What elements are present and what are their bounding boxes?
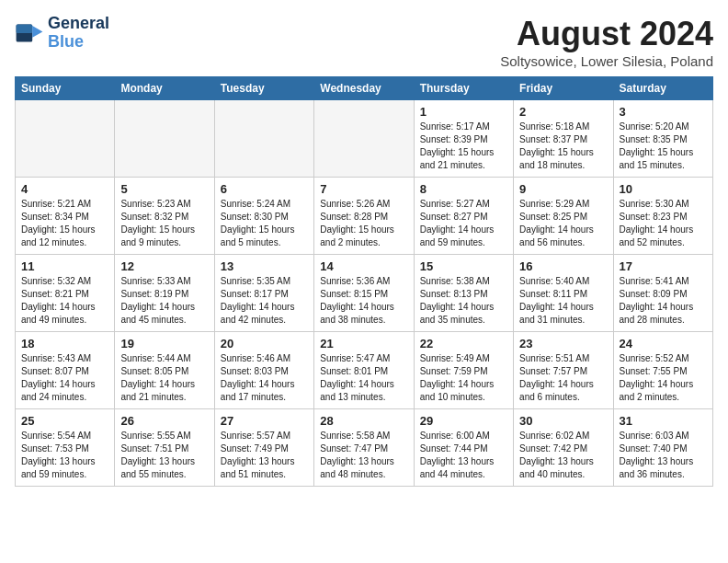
day-number: 20 — [221, 337, 308, 350]
day-number: 14 — [320, 259, 407, 273]
day-info: Sunrise: 5:36 AM Sunset: 8:15 PM Dayligh… — [320, 275, 407, 327]
day-number: 3 — [620, 105, 707, 119]
calendar-week-row: 11Sunrise: 5:32 AM Sunset: 8:21 PM Dayli… — [16, 255, 713, 332]
day-number: 9 — [519, 182, 607, 196]
day-info: Sunrise: 5:24 AM Sunset: 8:30 PM Dayligh… — [221, 198, 308, 249]
calendar-week-row: 25Sunrise: 5:54 AM Sunset: 7:53 PM Dayli… — [16, 409, 713, 487]
weekday-header: Wednesday — [314, 77, 414, 100]
weekday-header: Monday — [115, 77, 214, 100]
day-number: 23 — [519, 337, 607, 350]
day-number: 8 — [420, 182, 507, 196]
calendar-day-cell: 11Sunrise: 5:32 AM Sunset: 8:21 PM Dayli… — [16, 255, 115, 332]
calendar-day-cell: 26Sunrise: 5:55 AM Sunset: 7:51 PM Dayli… — [115, 409, 214, 487]
calendar-table: SundayMondayTuesdayWednesdayThursdayFrid… — [15, 76, 713, 487]
svg-rect-1 — [17, 24, 33, 33]
day-info: Sunrise: 5:46 AM Sunset: 8:03 PM Dayligh… — [221, 352, 308, 404]
day-info: Sunrise: 5:40 AM Sunset: 8:11 PM Dayligh… — [519, 275, 607, 327]
calendar-day-cell: 23Sunrise: 5:51 AM Sunset: 7:57 PM Dayli… — [514, 332, 613, 409]
page-header: General Blue August 2024 Soltysowice, Lo… — [15, 15, 713, 69]
month-year: August 2024 — [500, 15, 713, 53]
calendar-day-cell: 27Sunrise: 5:57 AM Sunset: 7:49 PM Dayli… — [214, 409, 313, 487]
calendar-day-cell: 15Sunrise: 5:38 AM Sunset: 8:13 PM Dayli… — [414, 255, 513, 332]
logo-text: General Blue — [48, 15, 109, 52]
day-info: Sunrise: 5:58 AM Sunset: 7:47 PM Dayligh… — [320, 430, 407, 481]
day-number: 19 — [120, 337, 208, 350]
calendar-day-cell: 12Sunrise: 5:33 AM Sunset: 8:19 PM Dayli… — [115, 255, 214, 332]
calendar-day-cell: 8Sunrise: 5:27 AM Sunset: 8:27 PM Daylig… — [414, 178, 513, 255]
day-info: Sunrise: 5:51 AM Sunset: 7:57 PM Dayligh… — [519, 352, 607, 404]
calendar-day-cell: 10Sunrise: 5:30 AM Sunset: 8:23 PM Dayli… — [613, 178, 712, 255]
calendar-day-cell: 20Sunrise: 5:46 AM Sunset: 8:03 PM Dayli… — [214, 332, 313, 409]
calendar-day-cell: 24Sunrise: 5:52 AM Sunset: 7:55 PM Dayli… — [613, 332, 712, 409]
calendar-day-cell — [214, 100, 313, 178]
day-number: 28 — [320, 414, 407, 428]
weekday-header: Friday — [514, 77, 613, 100]
calendar-day-cell — [16, 100, 115, 178]
calendar-day-cell: 1Sunrise: 5:17 AM Sunset: 8:39 PM Daylig… — [414, 100, 513, 178]
calendar-day-cell: 6Sunrise: 5:24 AM Sunset: 8:30 PM Daylig… — [214, 178, 313, 255]
day-number: 29 — [420, 414, 507, 428]
weekday-header: Thursday — [414, 77, 513, 100]
day-info: Sunrise: 5:17 AM Sunset: 8:39 PM Dayligh… — [420, 121, 507, 172]
calendar-day-cell: 21Sunrise: 5:47 AM Sunset: 8:01 PM Dayli… — [314, 332, 414, 409]
calendar-day-cell: 13Sunrise: 5:35 AM Sunset: 8:17 PM Dayli… — [214, 255, 313, 332]
day-number: 18 — [21, 337, 108, 350]
header-row: SundayMondayTuesdayWednesdayThursdayFrid… — [16, 77, 713, 100]
calendar-day-cell: 4Sunrise: 5:21 AM Sunset: 8:34 PM Daylig… — [16, 178, 115, 255]
day-number: 17 — [620, 259, 707, 273]
day-info: Sunrise: 6:03 AM Sunset: 7:40 PM Dayligh… — [620, 430, 707, 481]
day-info: Sunrise: 5:29 AM Sunset: 8:25 PM Dayligh… — [519, 198, 607, 249]
calendar-day-cell: 18Sunrise: 5:43 AM Sunset: 8:07 PM Dayli… — [16, 332, 115, 409]
day-info: Sunrise: 6:02 AM Sunset: 7:42 PM Dayligh… — [519, 430, 607, 481]
calendar-week-row: 18Sunrise: 5:43 AM Sunset: 8:07 PM Dayli… — [16, 332, 713, 409]
day-info: Sunrise: 5:33 AM Sunset: 8:19 PM Dayligh… — [120, 275, 208, 327]
day-number: 7 — [320, 182, 407, 196]
calendar-day-cell: 9Sunrise: 5:29 AM Sunset: 8:25 PM Daylig… — [514, 178, 613, 255]
day-number: 16 — [519, 259, 607, 273]
calendar-day-cell: 19Sunrise: 5:44 AM Sunset: 8:05 PM Dayli… — [115, 332, 214, 409]
calendar-day-cell — [115, 100, 214, 178]
day-info: Sunrise: 5:47 AM Sunset: 8:01 PM Dayligh… — [320, 352, 407, 404]
day-number: 5 — [120, 182, 208, 196]
day-info: Sunrise: 5:18 AM Sunset: 8:37 PM Dayligh… — [519, 121, 607, 172]
day-info: Sunrise: 5:23 AM Sunset: 8:32 PM Dayligh… — [120, 198, 208, 249]
day-info: Sunrise: 6:00 AM Sunset: 7:44 PM Dayligh… — [420, 430, 507, 481]
calendar-day-cell: 30Sunrise: 6:02 AM Sunset: 7:42 PM Dayli… — [514, 409, 613, 487]
day-info: Sunrise: 5:26 AM Sunset: 8:28 PM Dayligh… — [320, 198, 407, 249]
day-number: 24 — [620, 337, 707, 350]
day-number: 27 — [221, 414, 308, 428]
day-info: Sunrise: 5:41 AM Sunset: 8:09 PM Dayligh… — [620, 275, 707, 327]
day-number: 2 — [519, 105, 607, 119]
location: Soltysowice, Lower Silesia, Poland — [500, 53, 713, 69]
day-info: Sunrise: 5:35 AM Sunset: 8:17 PM Dayligh… — [221, 275, 308, 327]
day-number: 12 — [120, 259, 208, 273]
calendar-day-cell — [314, 100, 414, 178]
day-number: 31 — [620, 414, 707, 428]
calendar-week-row: 4Sunrise: 5:21 AM Sunset: 8:34 PM Daylig… — [16, 178, 713, 255]
day-number: 30 — [519, 414, 607, 428]
day-number: 21 — [320, 337, 407, 350]
svg-marker-2 — [32, 26, 42, 38]
day-info: Sunrise: 5:49 AM Sunset: 7:59 PM Dayligh… — [420, 352, 507, 404]
calendar-day-cell: 2Sunrise: 5:18 AM Sunset: 8:37 PM Daylig… — [514, 100, 613, 178]
logo: General Blue — [15, 15, 109, 52]
day-info: Sunrise: 5:43 AM Sunset: 8:07 PM Dayligh… — [21, 352, 108, 404]
day-number: 6 — [221, 182, 308, 196]
day-number: 26 — [120, 414, 208, 428]
weekday-header: Tuesday — [214, 77, 313, 100]
weekday-header: Sunday — [16, 77, 115, 100]
calendar-day-cell: 25Sunrise: 5:54 AM Sunset: 7:53 PM Dayli… — [16, 409, 115, 487]
title-block: August 2024 Soltysowice, Lower Silesia, … — [500, 15, 713, 69]
day-number: 13 — [221, 259, 308, 273]
day-number: 15 — [420, 259, 507, 273]
calendar-day-cell: 29Sunrise: 6:00 AM Sunset: 7:44 PM Dayli… — [414, 409, 513, 487]
day-number: 1 — [420, 105, 507, 119]
weekday-header: Saturday — [613, 77, 712, 100]
day-number: 4 — [21, 182, 108, 196]
calendar-day-cell: 22Sunrise: 5:49 AM Sunset: 7:59 PM Dayli… — [414, 332, 513, 409]
day-info: Sunrise: 5:52 AM Sunset: 7:55 PM Dayligh… — [620, 352, 707, 404]
day-number: 11 — [21, 259, 108, 273]
calendar-day-cell: 14Sunrise: 5:36 AM Sunset: 8:15 PM Dayli… — [314, 255, 414, 332]
day-info: Sunrise: 5:54 AM Sunset: 7:53 PM Dayligh… — [21, 430, 108, 481]
calendar-day-cell: 17Sunrise: 5:41 AM Sunset: 8:09 PM Dayli… — [613, 255, 712, 332]
